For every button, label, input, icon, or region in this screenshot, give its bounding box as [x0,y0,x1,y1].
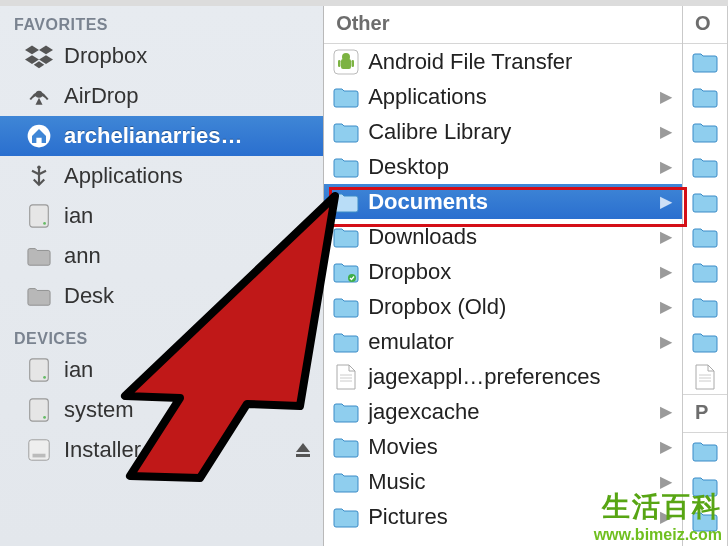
list-item-label: emulator [368,329,652,355]
folder-icon [332,503,360,531]
list-item-label: jagexappl…preferences [368,364,674,390]
list-item[interactable] [683,184,727,219]
chevron-right-icon: ▶ [660,157,674,176]
list-item[interactable]: Calibre Library▶ [324,114,682,149]
sidebar-item-airdrop[interactable]: AirDrop [0,76,323,116]
list-item[interactable]: Dropbox▶ [324,254,682,289]
folder-icon [691,437,719,465]
svg-rect-22 [352,60,355,67]
sidebar-item-label: ian [64,357,313,383]
chevron-right-icon: ▶ [660,402,674,421]
watermark: 生活百科 www.bimeiz.com [594,488,722,544]
column-right: O P [683,6,728,546]
folder-icon [332,153,360,181]
list-item-label: Android File Transfer [368,49,674,75]
list-item[interactable] [683,219,727,254]
list-item[interactable]: Movies▶ [324,429,682,464]
column-main: Other Android File TransferApplications▶… [324,6,683,546]
folder-icon [332,293,360,321]
list-item[interactable]: Downloads▶ [324,219,682,254]
sidebar-item-label: AirDrop [64,83,313,109]
folder-icon [24,281,54,311]
list-item[interactable] [683,359,727,394]
sidebar-item-label: Installer [64,437,283,463]
list-item[interactable] [683,44,727,79]
list-item-label: Downloads [368,224,652,250]
list-item-label: Desktop [368,154,652,180]
column-header[interactable]: P [683,394,727,433]
list-item[interactable]: emulator▶ [324,324,682,359]
folder-icon [691,118,719,146]
sidebar-device-installer[interactable]: Installer [0,430,323,470]
svg-marker-4 [34,61,45,68]
folder-icon [691,83,719,111]
list-item[interactable]: Documents▶ [324,184,682,219]
folder-dropbox-icon [332,258,360,286]
sidebar-device-system[interactable]: system [0,390,323,430]
folder-icon [691,328,719,356]
sidebar-item-label: ian [64,203,313,229]
sidebar-item-label: ann [64,243,313,269]
column-header[interactable]: O [683,6,727,44]
folder-icon [332,398,360,426]
svg-marker-3 [39,55,53,64]
svg-rect-7 [36,138,41,143]
harddrive-icon [24,201,54,231]
folder-icon [332,188,360,216]
sidebar-item-dropbox[interactable]: Dropbox [0,36,323,76]
folder-icon [332,223,360,251]
list-item[interactable] [683,289,727,324]
sidebar-item-ian[interactable]: ian [0,196,323,236]
folder-icon [332,118,360,146]
list-item[interactable] [683,324,727,359]
list-item[interactable] [683,149,727,184]
folder-icon [691,153,719,181]
list-item[interactable] [683,254,727,289]
finder-window: FAVORITES Dropbox AirDrop archelianarrie… [0,0,728,546]
sidebar-item-home[interactable]: archelianarries… [0,116,323,156]
list-item[interactable]: Android File Transfer [324,44,682,79]
svg-point-8 [37,166,41,170]
chevron-right-icon: ▶ [660,262,674,281]
svg-marker-0 [25,46,39,55]
list-item[interactable]: jagexappl…preferences [324,359,682,394]
sidebar-item-desk[interactable]: Desk [0,276,323,316]
file-icon [332,363,360,391]
list-item[interactable]: Applications▶ [324,79,682,114]
eject-icon[interactable] [293,440,313,460]
sidebar-device-ian[interactable]: ian [0,350,323,390]
list-item[interactable] [683,79,727,114]
sidebar-item-ann[interactable]: ann [0,236,323,276]
folder-icon [332,433,360,461]
folder-icon [691,188,719,216]
column-header[interactable]: Other [324,6,682,44]
list-item[interactable]: jagexcache▶ [324,394,682,429]
folder-icon [24,241,54,271]
folder-icon [332,468,360,496]
list-item[interactable]: Desktop▶ [324,149,682,184]
svg-rect-21 [338,60,341,67]
sidebar-item-label: archelianarries… [64,123,313,149]
list-item-label: Applications [368,84,652,110]
chevron-right-icon: ▶ [660,192,674,211]
folder-icon [691,258,719,286]
column-body: P [683,44,727,546]
list-item[interactable] [683,433,727,468]
svg-marker-2 [25,55,39,64]
folder-icon [691,363,719,391]
svg-point-10 [43,222,46,225]
list-item-label: Dropbox (Old) [368,294,652,320]
sidebar-item-label: Desk [64,283,313,309]
sidebar-item-applications[interactable]: Applications [0,156,323,196]
chevron-right-icon: ▶ [660,332,674,351]
sidebar-item-label: Applications [64,163,313,189]
app-android-icon [332,48,360,76]
list-item-label: Documents [368,189,652,215]
list-item-label: Dropbox [368,259,652,285]
list-item-label: jagexcache [368,399,652,425]
chevron-right-icon: ▶ [660,227,674,246]
harddrive-icon [24,355,54,385]
list-item[interactable] [683,114,727,149]
list-item[interactable]: Dropbox (Old)▶ [324,289,682,324]
sidebar-item-label: Dropbox [64,43,313,69]
